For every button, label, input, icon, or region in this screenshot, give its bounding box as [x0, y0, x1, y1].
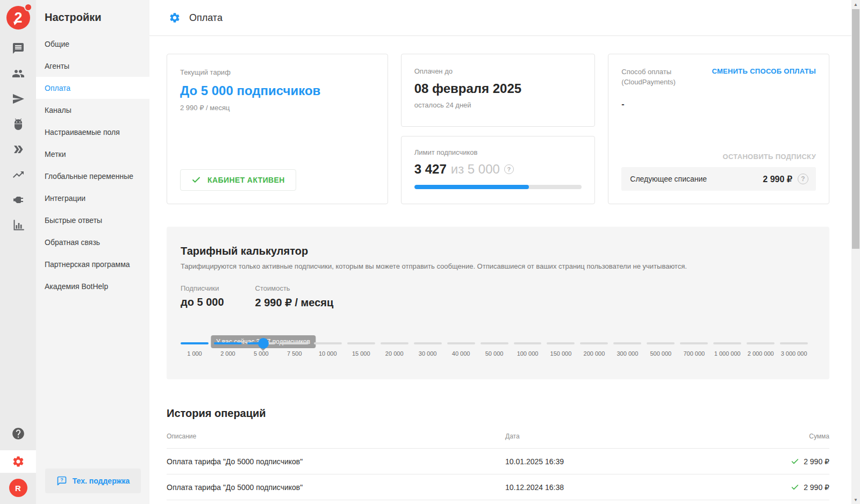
limit-current: 3 427 — [414, 162, 447, 177]
logo-notification-dot — [24, 3, 32, 11]
slider-segment[interactable] — [181, 342, 209, 344]
subscriber-limit-card: Лимит подписчиков 3 427 из 5 000 ? — [401, 136, 596, 204]
account-active-button[interactable]: КАБИНЕТ АКТИВЕН — [180, 169, 296, 191]
slider-tick-label: 500 000 — [647, 350, 675, 357]
bot-icon[interactable] — [12, 118, 25, 131]
slider-segment[interactable] — [747, 342, 775, 344]
slider-segment[interactable] — [713, 342, 741, 344]
slider-tick-label: 15 000 — [347, 350, 375, 357]
limit-total: из 5 000 — [451, 162, 500, 177]
plug-icon[interactable] — [12, 193, 25, 206]
slider-tick-label: 1 000 000 — [713, 350, 741, 357]
history-amount: 2 990 ₽ — [749, 457, 829, 466]
slider-segment[interactable] — [381, 342, 408, 344]
settings-nav-active[interactable] — [0, 450, 36, 473]
slider-tick-label: 100 000 — [514, 350, 542, 357]
scrollbar-up-arrow[interactable]: ▲ — [851, 0, 860, 9]
slider-tick-label: 50 000 — [481, 350, 508, 357]
history-description: Оплата тарифа "До 5000 подписчиков" — [167, 483, 505, 492]
slider-segment[interactable] — [547, 342, 575, 344]
scrollbar-down-arrow[interactable]: ▼ — [851, 495, 860, 504]
chat-icon[interactable] — [12, 42, 25, 55]
slider-thumb[interactable] — [258, 338, 269, 349]
slider-segment[interactable] — [580, 342, 608, 344]
settings-gear-icon — [12, 455, 25, 468]
next-charge-right: 2 990 ₽ ? — [763, 174, 808, 184]
slider-track[interactable] — [181, 342, 808, 344]
sidebar-item[interactable]: Глобальные переменные — [36, 165, 149, 187]
slider-segment[interactable] — [214, 342, 242, 344]
success-check-icon — [791, 483, 799, 492]
people-icon[interactable] — [12, 67, 25, 80]
slider-tick-label: 5 000 — [247, 350, 275, 357]
slider-segment[interactable] — [481, 342, 508, 344]
slider-segment[interactable] — [680, 342, 708, 344]
sidebar-item[interactable]: Партнерская программа — [36, 253, 149, 275]
sidebar-item[interactable]: Общие — [36, 33, 149, 55]
history-row: Оплата тарифа "До 5000 подписчиков"10.01… — [167, 449, 829, 474]
bar-chart-icon[interactable] — [12, 219, 25, 232]
history-description: Оплата тарифа "До 5000 подписчиков" — [167, 457, 505, 466]
subscriber-progress — [414, 185, 582, 189]
tariff-label: Текущий тариф — [180, 68, 375, 76]
sidebar-item[interactable]: Оплата — [36, 77, 149, 99]
slider-tick-label: 200 000 — [580, 350, 608, 357]
cost-stat-label: Стоимость — [255, 284, 334, 292]
stop-subscription-link[interactable]: ОСТАНОВИТЬ ПОДПИСКУ — [723, 153, 816, 161]
rail-icon-list — [12, 42, 25, 232]
payment-method-card: Способ оплаты (CloudPayments) СМЕНИТЬ СП… — [608, 54, 829, 204]
change-payment-method-link[interactable]: СМЕНИТЬ СПОСОБ ОПЛАТЫ — [712, 67, 816, 75]
slider-segment[interactable] — [314, 342, 342, 344]
sidebar-item[interactable]: Настраиваемые поля — [36, 121, 149, 143]
sidebar-item[interactable]: Каналы — [36, 99, 149, 121]
sidebar-item[interactable]: Академия BotHelp — [36, 275, 149, 297]
history-date: 10.12.2024 16:38 — [505, 483, 749, 492]
tariff-slider: У вас сейчас 3427 подписчиков 1 0002 000… — [181, 342, 808, 357]
next-charge-amount: 2 990 ₽ — [763, 174, 792, 184]
avatar[interactable]: R — [9, 479, 27, 497]
page-gear-icon — [169, 12, 181, 24]
limit-help-icon[interactable]: ? — [504, 164, 514, 174]
next-charge-help-icon[interactable]: ? — [798, 174, 808, 184]
support-chat-question-icon: ? — [56, 476, 67, 486]
help-icon[interactable] — [11, 427, 25, 441]
slider-tick-label: 300 000 — [613, 350, 641, 357]
history-amount-value: 2 990 ₽ — [804, 457, 829, 466]
history-table: Описание Дата Сумма Оплата тарифа "До 50… — [167, 433, 829, 504]
bothelp-logo[interactable]: 2 — [6, 5, 31, 30]
slider-segment[interactable] — [780, 342, 808, 344]
limit-values: 3 427 из 5 000 ? — [414, 162, 582, 177]
slider-segment[interactable] — [514, 342, 542, 344]
double-arrow-icon[interactable] — [12, 143, 25, 156]
cost-stat-value: 2 990 ₽ / месяц — [255, 296, 334, 309]
slider-segment[interactable] — [414, 342, 442, 344]
sidebar-item[interactable]: Интеграции — [36, 187, 149, 209]
slider-segment[interactable] — [447, 342, 475, 344]
sidebar-title: Настройки — [36, 0, 149, 24]
slider-segment[interactable] — [613, 342, 641, 344]
subscribers-stat: Подписчики до 5 000 — [181, 284, 224, 309]
history-amount: 2 990 ₽ — [749, 483, 829, 492]
success-check-icon — [791, 457, 799, 466]
subscribers-stat-value: до 5 000 — [181, 296, 224, 308]
trending-up-icon[interactable] — [12, 168, 25, 181]
slider-segment[interactable] — [347, 342, 375, 344]
slider-segment[interactable] — [281, 342, 309, 344]
history-table-header: Описание Дата Сумма — [167, 433, 829, 449]
slider-segment[interactable] — [647, 342, 675, 344]
slider-tick-label: 150 000 — [547, 350, 575, 357]
sidebar-item[interactable]: Быстрые ответы — [36, 209, 149, 231]
sidebar-item[interactable]: Обратная связь — [36, 231, 149, 253]
sidebar-item[interactable]: Метки — [36, 143, 149, 165]
support-button[interactable]: ? Тех. поддержка — [45, 469, 141, 493]
column-amount: Сумма — [749, 433, 829, 440]
support-button-label: Тех. поддержка — [73, 477, 130, 485]
paid-until-date: 08 февраля 2025 — [414, 81, 582, 96]
calculator-stats: Подписчики до 5 000 Стоимость 2 990 ₽ / … — [181, 284, 808, 309]
settings-sidebar: Настройки ОбщиеАгентыОплатаКаналыНастраи… — [36, 0, 149, 504]
next-charge-label: Следующее списание — [630, 175, 707, 183]
send-icon[interactable] — [12, 92, 25, 105]
sidebar-item[interactable]: Агенты — [36, 55, 149, 77]
scrollbar-thumb[interactable] — [852, 9, 859, 249]
column-description: Описание — [167, 433, 505, 440]
